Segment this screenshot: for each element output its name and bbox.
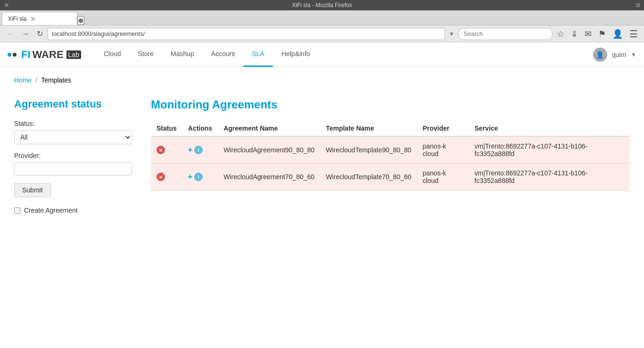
flag-icon[interactable]: ⚑ <box>596 28 608 40</box>
logo-dot-blue <box>8 53 11 57</box>
nav-sla[interactable]: SLA <box>243 42 272 67</box>
info-action-button-1[interactable]: i <box>194 173 203 181</box>
submit-button[interactable]: Submit <box>14 183 51 197</box>
user-dropdown-icon[interactable]: ▼ <box>631 51 636 58</box>
app-nav: Cloud Store Mashup Account SLA Help&info <box>95 42 593 67</box>
page-content: Home / Templates Agreement status Status… <box>0 67 644 224</box>
logo-dots <box>8 53 17 57</box>
col-header-template-name: Template Name <box>320 121 417 136</box>
breadcrumb-current: Templates <box>41 76 71 84</box>
browser-tab-active[interactable]: XiFi sla ✕ <box>2 12 77 25</box>
status-form-group: Status: All Active Inactive Violated <box>14 120 132 144</box>
provider-0: panos-k cloud <box>417 136 469 164</box>
right-panel: Monitoring Agreements Status Actions Agr… <box>151 98 630 214</box>
nav-mashup[interactable]: Mashup <box>162 42 203 67</box>
col-header-provider: Provider <box>417 121 469 136</box>
status-icon-0[interactable]: × <box>157 146 165 154</box>
forward-button[interactable]: → <box>19 29 32 39</box>
address-bar[interactable] <box>48 28 445 40</box>
logo-fi: FI <box>21 49 31 61</box>
action-icons-1: + i <box>188 173 212 181</box>
col-header-status: Status <box>151 121 182 136</box>
tab-label: XiFi sla <box>8 16 26 22</box>
app-header: FIWARELab Cloud Store Mashup Account SLA… <box>0 42 644 67</box>
create-agreement-checkbox[interactable] <box>14 207 20 214</box>
add-action-button-0[interactable]: + <box>188 146 192 154</box>
template-name-0: WirecloudTemplate90_80_80 <box>320 136 417 164</box>
right-panel-title: Monitoring Agreements <box>151 98 630 111</box>
template-name-1: WirecloudTemplate70_80_60 <box>320 164 417 191</box>
restore-icon[interactable]: ⧉ <box>636 2 640 8</box>
download-icon[interactable]: ⇓ <box>569 28 580 40</box>
user-icon[interactable]: 👤 <box>610 28 625 40</box>
bookmarks-icon[interactable]: ☆ <box>554 28 567 40</box>
breadcrumb: Home / Templates <box>14 76 630 84</box>
user-name: quim <box>612 51 626 58</box>
share-icon[interactable]: ✉ <box>582 28 594 40</box>
browser-navbar: ← → ↻ ▼ ☆ ⇓ ✉ ⚑ 👤 ☰ <box>0 25 644 42</box>
table-row: × + i WirecloudAgreement90_80_80 Wireclo… <box>151 136 630 164</box>
logo-dot-dark <box>13 53 17 57</box>
tab-close-icon[interactable]: ✕ <box>30 15 36 23</box>
logo-lab: Lab <box>66 50 81 59</box>
nav-helpinfo[interactable]: Help&info <box>273 42 319 67</box>
browser-titlebar: ✕ XiFi sla - Mozilla Firefox ⧉ <box>0 0 644 10</box>
left-panel-title: Agreement status <box>14 98 132 110</box>
breadcrumb-home[interactable]: Home <box>14 76 32 84</box>
agreement-name-1: WirecloudAgreement70_80_60 <box>218 164 320 191</box>
create-agreement-label[interactable]: Create Agreement <box>24 207 78 214</box>
search-input[interactable] <box>458 28 553 40</box>
logo-ware: WARE <box>33 49 64 61</box>
service-1: vm|Trento:8692277a-c107-4131-b106-fc3352… <box>469 164 630 191</box>
left-panel: Agreement status Status: All Active Inac… <box>14 98 132 214</box>
nav-account[interactable]: Account <box>203 42 244 67</box>
service-0: vm|Trento:8692277a-c107-4131-b106-fc3352… <box>469 136 630 164</box>
browser-tabbar: XiFi sla ✕ ⊕ <box>0 10 644 25</box>
col-header-service: Service <box>469 121 630 136</box>
main-layout: Agreement status Status: All Active Inac… <box>14 98 630 214</box>
nav-cloud[interactable]: Cloud <box>95 42 130 67</box>
provider-input[interactable] <box>14 162 132 175</box>
create-agreement-group: Create Agreement <box>14 207 132 214</box>
info-action-button-0[interactable]: i <box>194 146 203 154</box>
table-row: × + i WirecloudAgreement70_80_60 Wireclo… <box>151 164 630 191</box>
provider-1: panos-k cloud <box>417 164 469 191</box>
col-header-agreement-name: Agreement Name <box>218 121 320 136</box>
new-tab-button[interactable]: ⊕ <box>77 16 84 25</box>
status-icon-1[interactable]: × <box>157 173 165 181</box>
browser-title: XiFi sla - Mozilla Firefox <box>292 2 352 8</box>
add-action-button-1[interactable]: + <box>188 173 192 181</box>
avatar: 👤 <box>593 48 607 62</box>
back-button[interactable]: ← <box>4 29 17 39</box>
action-icons-0: + i <box>188 146 212 154</box>
provider-form-group: Provider: <box>14 152 132 175</box>
close-icon[interactable]: ✕ <box>4 1 9 9</box>
app-logo: FIWARELab <box>8 49 81 61</box>
breadcrumb-separator: / <box>35 76 37 84</box>
address-dropdown-button[interactable]: ▼ <box>447 30 456 38</box>
col-header-actions: Actions <box>182 121 218 136</box>
app-header-right: 👤 quim ▼ <box>593 48 636 62</box>
reload-button[interactable]: ↻ <box>34 28 46 39</box>
agreements-table: Status Actions Agreement Name Template N… <box>151 121 630 191</box>
agreement-name-0: WirecloudAgreement90_80_80 <box>218 136 320 164</box>
menu-icon[interactable]: ☰ <box>627 27 640 41</box>
nav-store[interactable]: Store <box>130 42 162 67</box>
status-select[interactable]: All Active Inactive Violated <box>14 130 132 144</box>
status-label: Status: <box>14 120 132 127</box>
provider-label: Provider: <box>14 152 132 159</box>
